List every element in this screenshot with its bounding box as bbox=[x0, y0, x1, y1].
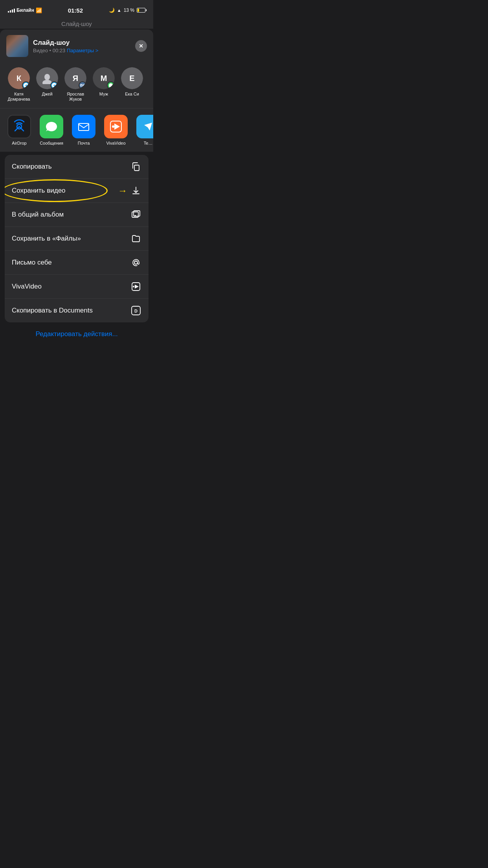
svg-point-14 bbox=[133, 286, 134, 287]
app-item-airdrop[interactable]: AirDrop bbox=[6, 115, 32, 145]
app-name: Сообщения bbox=[40, 141, 63, 145]
mail-icon bbox=[72, 115, 95, 138]
share-subtitle: Видео • 00:23 Параметры > bbox=[33, 48, 135, 53]
contact-avatar: Е bbox=[121, 67, 143, 89]
action-label: Письмо себе bbox=[12, 259, 52, 267]
avatar-bg: Е bbox=[121, 67, 143, 89]
moon-icon: 🌙 bbox=[109, 7, 115, 13]
battery-percent: 13 % bbox=[124, 7, 134, 13]
action-copy[interactable]: Скопировать bbox=[5, 155, 149, 179]
copy-icon bbox=[130, 161, 141, 172]
app-name: AirDrop bbox=[12, 141, 26, 145]
share-media-type: Видео • 00:23 bbox=[33, 48, 67, 53]
action-label: Сохранить видео bbox=[12, 187, 66, 195]
status-time: 01:52 bbox=[68, 7, 83, 14]
contact-item[interactable]: Е Ека Си bbox=[119, 67, 145, 102]
share-title: Слайд-шоу bbox=[33, 39, 135, 47]
svg-text:D: D bbox=[134, 309, 138, 313]
action-list: Скопировать Сохранить видео → В общий ал… bbox=[5, 155, 149, 322]
svg-point-0 bbox=[44, 74, 50, 80]
vk-badge: ВК bbox=[79, 81, 86, 89]
contact-name: Муж bbox=[99, 92, 108, 97]
contact-name: Ека Си bbox=[125, 92, 139, 97]
vivavideo-action-icon bbox=[130, 281, 141, 292]
contact-avatar: М bbox=[93, 67, 115, 89]
top-bar-title: Слайд-шоу bbox=[61, 20, 92, 27]
messages-icon bbox=[40, 115, 63, 138]
svg-marker-5 bbox=[114, 123, 120, 130]
status-left: Билайн 📶 bbox=[8, 7, 42, 13]
contact-item[interactable]: К Катя Домрачева bbox=[6, 67, 31, 102]
action-label: Скопировать bbox=[12, 163, 52, 171]
save-video-right: → bbox=[118, 185, 141, 196]
status-bar: Билайн 📶 01:52 🌙 ▲ 13 % bbox=[0, 0, 153, 17]
contact-avatar bbox=[36, 67, 58, 89]
action-vivavideo[interactable]: VivaVideo bbox=[5, 275, 149, 299]
vivavideo-icon bbox=[104, 115, 128, 138]
app-item-messages[interactable]: Сообщения bbox=[39, 115, 64, 145]
action-label: Сохранить в «Файлы» bbox=[12, 235, 81, 243]
contact-avatar: Я ВК bbox=[64, 67, 86, 89]
edit-actions: Редактировать действия... bbox=[0, 322, 153, 350]
share-header: Слайд-шоу Видео • 00:23 Параметры > ✕ bbox=[0, 29, 153, 63]
app-name: Почта bbox=[78, 141, 90, 145]
airdrop-icon bbox=[7, 115, 31, 138]
wifi-icon: 📶 bbox=[36, 7, 42, 13]
battery-indicator bbox=[137, 8, 145, 13]
carrier-label: Билайн bbox=[17, 7, 34, 13]
action-mail-self[interactable]: Письмо себе bbox=[5, 251, 149, 275]
status-right: 🌙 ▲ 13 % bbox=[109, 7, 145, 13]
app-item-te[interactable]: Te… bbox=[135, 115, 153, 145]
share-thumbnail bbox=[6, 35, 28, 57]
telegram-badge bbox=[50, 81, 58, 89]
thumbnail-image bbox=[6, 35, 28, 57]
contacts-row: К Катя Домрачева Джей Я bbox=[0, 63, 153, 108]
contact-name: Джей bbox=[42, 92, 52, 97]
contact-name: Ярослав Жуков bbox=[63, 92, 88, 102]
messages-badge bbox=[107, 81, 115, 89]
app-name: VivaVideo bbox=[106, 141, 125, 145]
save-video-icon bbox=[130, 185, 141, 196]
telegram-badge bbox=[22, 81, 30, 89]
app-item-mail[interactable]: Почта bbox=[71, 115, 97, 145]
action-save-video[interactable]: Сохранить видео → bbox=[5, 179, 149, 203]
documents-icon: D bbox=[130, 305, 141, 316]
at-icon bbox=[130, 257, 141, 268]
contact-item[interactable]: Джей bbox=[35, 67, 60, 102]
svg-marker-13 bbox=[135, 285, 139, 289]
share-info: Слайд-шоу Видео • 00:23 Параметры > bbox=[33, 39, 135, 53]
contacts-inner: К Катя Домрачева Джей Я bbox=[0, 67, 151, 102]
app-item-vivavideo[interactable]: VivaVideo bbox=[103, 115, 129, 145]
apps-row: AirDrop Сообщения Почта bbox=[0, 108, 153, 152]
te-icon bbox=[136, 115, 153, 138]
contact-item[interactable]: М Муж bbox=[91, 67, 116, 102]
action-save-files[interactable]: Сохранить в «Файлы» bbox=[5, 227, 149, 251]
album-icon bbox=[130, 209, 141, 220]
signal-bars bbox=[8, 8, 15, 13]
action-shared-album[interactable]: В общий альбом bbox=[5, 203, 149, 227]
action-label: В общий альбом bbox=[12, 211, 64, 219]
share-params-link[interactable]: Параметры > bbox=[67, 48, 99, 53]
top-bar: Слайд-шоу bbox=[0, 17, 153, 29]
app-name: Te… bbox=[144, 141, 153, 145]
action-documents[interactable]: Скопировать в Documents D bbox=[5, 299, 149, 322]
apps-inner: AirDrop Сообщения Почта bbox=[0, 115, 153, 145]
action-label: VivaVideo bbox=[12, 283, 42, 291]
contact-name: Катя Домрачева bbox=[6, 92, 31, 102]
files-icon bbox=[130, 233, 141, 244]
svg-rect-3 bbox=[79, 123, 89, 131]
yellow-arrow-annotation: → bbox=[118, 185, 127, 196]
location-icon: ▲ bbox=[117, 8, 121, 13]
svg-point-6 bbox=[112, 125, 114, 128]
contact-avatar: К bbox=[8, 67, 30, 89]
svg-rect-7 bbox=[134, 165, 139, 171]
svg-point-10 bbox=[134, 215, 136, 217]
action-label: Скопировать в Documents bbox=[12, 307, 93, 314]
contact-item[interactable]: Я ВК Ярослав Жуков bbox=[63, 67, 88, 102]
edit-actions-link[interactable]: Редактировать действия... bbox=[35, 330, 117, 338]
close-button[interactable]: ✕ bbox=[135, 40, 147, 52]
